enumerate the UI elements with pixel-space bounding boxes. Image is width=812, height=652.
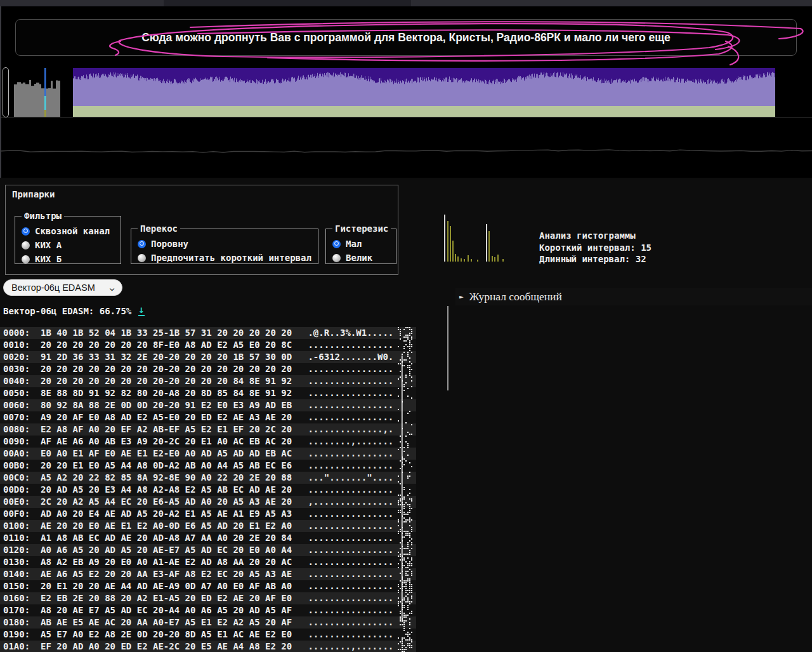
hex-row: 00D0: 20 AD A5 20 E3 A4 A8 A2-A8 E2 A5 A…: [0, 484, 416, 496]
histogram-bar: [457, 256, 459, 262]
hex-row: 0190: A5 E7 A0 E2 A8 2E 0D 20-20 8D A5 E…: [0, 629, 416, 641]
radio-option[interactable]: Предпочитать короткий интервал: [138, 253, 313, 263]
triangle-right-icon: ►: [459, 293, 464, 301]
radio-option[interactable]: Мал: [332, 239, 391, 249]
radio-selected-icon[interactable]: [22, 227, 30, 236]
radio-unselected-icon[interactable]: [22, 255, 30, 263]
radio-option[interactable]: Велик: [332, 253, 391, 263]
histogram-bar: [497, 255, 499, 262]
hex-row: 0020: 91 2D 36 33 31 32 2E 20-20 20 20 2…: [0, 351, 416, 363]
hex-row: 00C0: A5 A2 20 22 82 85 8A 92-8E 90 A0 2…: [0, 472, 416, 484]
hex-row: 0110: A1 A8 AB EC AD AE 20 AD-A8 A7 AA A…: [0, 532, 416, 544]
histogram-chart: [438, 210, 520, 262]
fieldset-filters-legend: Фильтры: [22, 211, 64, 221]
hex-row: 0090: AF AE A6 A0 AB E3 A9 20-2C 20 E1 A…: [0, 436, 416, 448]
hex-row: 0150: 20 E1 20 20 AE A4 AD AE-A9 0D A7 A…: [0, 580, 416, 592]
radio-option-label: Сквозной канал: [35, 226, 110, 236]
hex-row: 0180: AB AE E5 AE AC 20 AA A0-E7 A5 E1 E…: [0, 616, 416, 629]
radio-unselected-icon[interactable]: [22, 241, 30, 249]
message-log-summary[interactable]: ► Журнал сообщений: [455, 288, 812, 305]
radio-unselected-icon[interactable]: [332, 254, 341, 262]
waveform-canvas[interactable]: [0, 67, 812, 117]
drop-zone-label: Сюда можно дропнуть Вав с программой для…: [141, 31, 671, 44]
histogram-bar: [494, 257, 495, 262]
hex-dump: 0000: 1B 40 1B 52 04 1B 33 25-1B 57 31 2…: [0, 327, 416, 652]
hex-row: 0080: E2 A8 AF A0 20 EF A2 AB-EF A5 E2 E…: [0, 423, 416, 436]
histogram-bar: [455, 254, 456, 262]
histogram-bar: [477, 260, 478, 262]
histogram-bar: [468, 255, 469, 262]
hex-row: 0050: 8E 88 8D 91 92 82 80 20-A8 20 8D 8…: [0, 387, 416, 399]
select-value: Вектор-06ц EDASM: [11, 283, 95, 293]
hex-row: 0120: A0 A6 A5 20 AD A5 20 AE-E7 A5 AD E…: [0, 544, 416, 556]
histogram-bar: [471, 259, 472, 262]
fieldset-hysteresis-legend: Гистерезис: [332, 223, 391, 234]
fieldset-filters: Фильтры Сквозной каналКИХ АКИХ Б: [15, 211, 121, 264]
hex-row: 0170: A8 20 AE E7 A5 AD EC 20-A4 A0 A6 A…: [0, 604, 416, 616]
tweaks-panel: Припарки Фильтры Сквозной каналКИХ АКИХ …: [5, 185, 398, 275]
radio-option-label: Предпочитать короткий интервал: [151, 253, 311, 263]
radio-unselected-icon[interactable]: [138, 254, 146, 262]
hex-row: 0140: AE A6 A5 E2 20 20 AA E3-AF A8 E2 E…: [0, 568, 416, 580]
hex-row: 00F0: AD A0 20 E4 AE AD A5 20-A2 E1 A5 A…: [0, 508, 416, 520]
hex-row: 0130: A8 A2 EB A9 20 E0 A0 A1-AE E2 AD A…: [0, 556, 416, 568]
bitstream-preview-strip: [398, 327, 414, 652]
histogram-bar: [452, 241, 454, 262]
histogram-bar: [486, 224, 487, 262]
radio-option-label: КИХ А: [35, 240, 62, 250]
histogram-bar: [492, 256, 493, 262]
histogram-bar: [461, 258, 462, 262]
panel-title: Припарки: [12, 189, 55, 199]
hex-row: 0100: AE 20 20 E0 AE E1 E2 A0-0D E6 A5 A…: [0, 520, 416, 532]
fieldset-skew: Перекос ПоровнуПредпочитать короткий инт…: [131, 223, 318, 264]
radio-selected-icon[interactable]: [138, 240, 146, 248]
app-window: Сюда можно дропнуть Вав с программой для…: [0, 0, 812, 652]
hex-row: 0160: E2 EB 2E 20 88 20 A2 E1-A5 20 ED E…: [0, 592, 416, 604]
waveform-marker-handle[interactable]: [3, 67, 9, 117]
radio-option-label: КИХ Б: [35, 254, 62, 264]
radio-option-label: Поровну: [151, 239, 188, 249]
wav-drop-zone[interactable]: Сюда можно дропнуть Вав с программой для…: [15, 19, 797, 56]
radio-option-label: Велик: [346, 253, 372, 263]
histogram-bar: [447, 221, 449, 262]
hex-row: 0000: 1B 40 1B 52 04 1B 33 25-1B 57 31 2…: [0, 327, 416, 339]
hex-row: 0060: 80 92 8A 88 2E 0D 0D 20-20 91 E2 E…: [0, 399, 416, 411]
message-log-label: Журнал сообщений: [469, 290, 562, 303]
target-machine-select[interactable]: Вектор-06ц EDASM ⌄: [3, 279, 122, 296]
fieldset-skew-legend: Перекос: [138, 223, 180, 234]
histogram-bar: [488, 231, 490, 262]
radio-option-label: Мал: [346, 239, 362, 249]
log-scrollbar[interactable]: [447, 306, 449, 390]
hex-row: 0010: 20 20 20 20 20 20 20 8F-E0 A8 AD E…: [0, 339, 416, 351]
histogram-bar: [444, 215, 445, 262]
histogram-bar: [502, 259, 504, 262]
fieldset-hysteresis: Гистерезис МалВелик: [325, 223, 396, 264]
hex-row: 0040: 20 20 20 20 20 20 20 20-20 20 20 2…: [0, 375, 416, 387]
histogram-analysis-text: Анализ гистограммы Короткий интервал: 15…: [539, 230, 652, 265]
histogram-bar: [464, 259, 465, 262]
histogram-bar: [450, 226, 451, 262]
secondary-trace: [0, 145, 812, 157]
hex-row: 0070: A9 20 AF E0 A8 AD E2 A5-E0 20 ED E…: [0, 411, 416, 423]
decode-progress-label: Вектор-06ц EDASM: 66.75%: [3, 306, 131, 316]
radio-option[interactable]: КИХ Б: [22, 254, 115, 264]
hex-row: 01A0: EF 20 AD A0 20 ED E2 AE-2C 20 E5 A…: [0, 641, 416, 652]
radio-option[interactable]: Поровну: [138, 239, 313, 249]
window-top-bar-tab: [164, 0, 411, 6]
hex-row: 0030: 20 20 20 20 20 20 20 20-20 20 20 2…: [0, 363, 416, 375]
radio-option[interactable]: Сквозной канал: [22, 226, 115, 236]
hex-row: 00B0: 20 20 E1 E0 A5 A4 A8 0D-A2 AB A0 A…: [0, 460, 416, 472]
hex-row: 00A0: E0 A0 E1 AF E0 AE E1 E2-E0 A0 AD A…: [0, 448, 416, 460]
radio-selected-icon[interactable]: [332, 240, 341, 248]
download-icon[interactable]: ↓: [138, 304, 145, 316]
radio-option[interactable]: КИХ А: [22, 240, 115, 250]
chevron-down-icon: ⌄: [108, 283, 115, 292]
hex-row: 00E0: 2C 20 A2 A5 A4 EC 20 E6-A5 AD A0 2…: [0, 496, 416, 508]
